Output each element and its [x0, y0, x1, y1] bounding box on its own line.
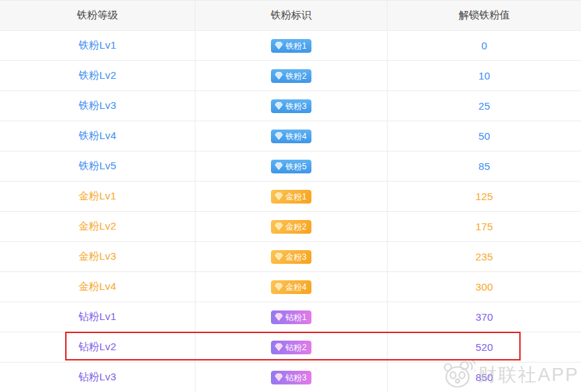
- value-label: 235: [475, 251, 493, 262]
- badge-cell: 金粉1: [195, 182, 387, 211]
- table-row: 金粉Lv2 金粉2 175: [0, 212, 581, 242]
- fan-badge: 钻粉2: [271, 341, 311, 354]
- value-label: 300: [475, 281, 493, 293]
- fan-badge: 金粉2: [271, 220, 311, 234]
- blue-gem-icon: [274, 41, 283, 50]
- level-cell: 金粉Lv2: [0, 212, 195, 241]
- fan-badge: 金粉3: [271, 250, 311, 264]
- blue-gem-icon: [274, 101, 283, 110]
- table-row: 铁粉Lv2 铁粉2 10: [0, 61, 581, 91]
- gold-gem-icon: [274, 222, 283, 231]
- badge-cell: 铁粉2: [195, 61, 387, 90]
- value-cell: 520: [387, 332, 581, 362]
- level-label: 钻粉Lv1: [78, 310, 116, 323]
- column-header-badge: 铁粉标识: [195, 1, 387, 30]
- level-cell: 金粉Lv1: [0, 182, 195, 211]
- badge-label: 铁粉4: [285, 130, 307, 143]
- level-label: 铁粉Lv1: [78, 39, 116, 52]
- fan-badge: 铁粉1: [271, 39, 311, 53]
- level-label: 铁粉Lv2: [78, 69, 116, 82]
- fan-badge: 铁粉4: [271, 130, 311, 143]
- level-cell: 钻粉Lv1: [0, 302, 195, 332]
- value-cell: 10: [387, 61, 581, 90]
- fan-badge: 铁粉2: [271, 69, 311, 83]
- badge-cell: 铁粉3: [195, 91, 387, 121]
- level-cell: 铁粉Lv5: [0, 151, 195, 181]
- value-label: 520: [475, 341, 493, 353]
- level-cell: 钻粉Lv2: [0, 332, 195, 362]
- value-cell: 50: [387, 121, 581, 151]
- badge-cell: 钻粉3: [195, 363, 387, 392]
- blue-gem-icon: [274, 162, 283, 171]
- fan-badge: 钻粉1: [271, 310, 311, 324]
- badge-label: 铁粉2: [285, 69, 307, 83]
- badge-label: 金粉2: [285, 220, 307, 234]
- fan-badge: 铁粉3: [271, 99, 311, 113]
- level-label: 金粉Lv2: [78, 220, 116, 233]
- badge-label: 钻粉2: [285, 341, 307, 354]
- table-row-highlighted: 钻粉Lv2 钻粉2 520: [0, 332, 581, 363]
- level-label: 金粉Lv1: [78, 190, 116, 203]
- level-cell: 金粉Lv4: [0, 272, 195, 302]
- blue-gem-icon: [274, 132, 283, 140]
- badge-label: 铁粉1: [285, 39, 307, 53]
- badge-label: 金粉1: [285, 190, 307, 204]
- table-row: 钻粉Lv1 钻粉1 370: [0, 302, 581, 332]
- table-row: 铁粉Lv1 铁粉1 0: [0, 31, 581, 61]
- badge-cell: 铁粉1: [195, 31, 387, 60]
- badge-label: 钻粉1: [285, 310, 307, 324]
- level-label: 钻粉Lv2: [78, 341, 116, 354]
- badge-cell: 金粉3: [195, 242, 387, 271]
- fan-badge: 铁粉5: [271, 160, 311, 173]
- level-label: 铁粉Lv5: [78, 160, 116, 173]
- gold-gem-icon: [274, 282, 283, 291]
- value-cell: 300: [387, 272, 581, 302]
- value-cell: 125: [387, 182, 581, 211]
- value-label: 85: [478, 160, 490, 172]
- blue-gem-icon: [274, 71, 283, 80]
- value-cell: 235: [387, 242, 581, 271]
- level-label: 金粉Lv4: [78, 280, 116, 293]
- badge-cell: 金粉4: [195, 272, 387, 302]
- value-label: 370: [475, 311, 493, 323]
- level-cell: 铁粉Lv2: [0, 61, 195, 90]
- value-cell: 0: [387, 31, 581, 60]
- level-cell: 金粉Lv3: [0, 242, 195, 271]
- level-cell: 铁粉Lv1: [0, 31, 195, 60]
- badge-label: 铁粉5: [285, 160, 307, 173]
- gold-gem-icon: [274, 192, 283, 201]
- level-label: 铁粉Lv4: [78, 130, 116, 143]
- badge-label: 金粉4: [285, 280, 307, 294]
- fan-badge: 金粉4: [271, 280, 311, 294]
- column-header-value: 解锁铁粉值: [387, 1, 581, 30]
- purple-gem-icon: [274, 373, 283, 382]
- badge-cell: 铁粉4: [195, 121, 387, 151]
- value-label: 0: [482, 40, 488, 51]
- value-label: 10: [478, 70, 490, 82]
- level-cell: 钻粉Lv3: [0, 363, 195, 392]
- table-row: 金粉Lv4 金粉4 300: [0, 272, 581, 302]
- value-label: 175: [475, 221, 493, 232]
- value-cell: 85: [387, 151, 581, 181]
- level-cell: 铁粉Lv4: [0, 121, 195, 151]
- level-label: 钻粉Lv3: [78, 371, 116, 384]
- table-row: 钻粉Lv3 钻粉3 850: [0, 363, 581, 392]
- badge-cell: 金粉2: [195, 212, 387, 241]
- purple-gem-icon: [274, 343, 283, 352]
- level-label: 铁粉Lv3: [78, 99, 116, 112]
- badge-label: 钻粉3: [285, 371, 307, 384]
- level-label: 金粉Lv3: [78, 250, 116, 263]
- value-cell: 850: [387, 363, 581, 392]
- table-row: 金粉Lv1 金粉1 125: [0, 182, 581, 212]
- purple-gem-icon: [274, 313, 283, 321]
- badge-label: 金粉3: [285, 250, 307, 264]
- badge-cell: 钻粉2: [195, 332, 387, 362]
- fan-badge: 金粉1: [271, 190, 311, 204]
- table-row: 铁粉Lv5 铁粉5 85: [0, 151, 581, 182]
- table-header: 铁粉等级 铁粉标识 解锁铁粉值: [0, 0, 581, 31]
- value-cell: 175: [387, 212, 581, 241]
- value-label: 25: [478, 100, 490, 112]
- gold-gem-icon: [274, 252, 283, 261]
- fan-badge: 钻粉3: [271, 371, 311, 384]
- value-label: 50: [478, 130, 490, 142]
